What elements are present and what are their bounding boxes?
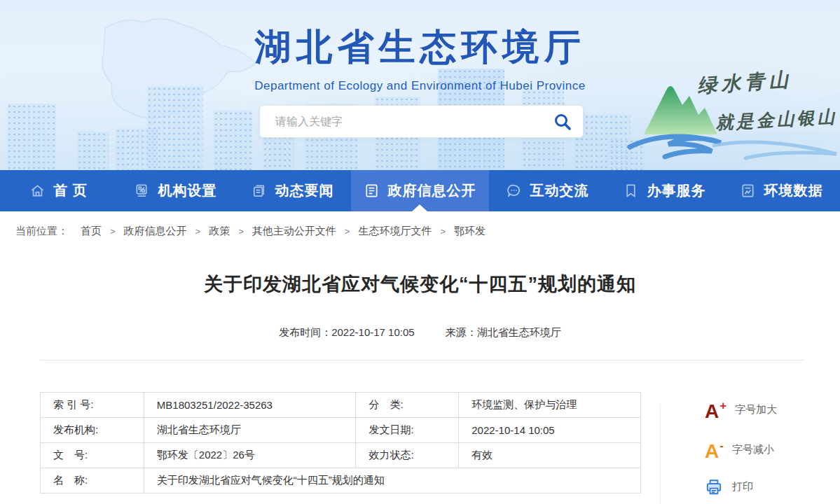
- water-wave-icon: [630, 136, 721, 157]
- table-row: 发布机构: 湖北省生态环境厅 发文日期: 2022-10-14 10:05: [41, 418, 641, 443]
- index-number-label: 索 引 号:: [41, 393, 144, 418]
- main-nav: 首 页 机构设置 动态要闻 政府信息公开: [0, 170, 840, 211]
- issuing-agency-value: 湖北省生态环境厅: [144, 418, 356, 443]
- news-icon: [251, 183, 267, 199]
- printer-icon: [705, 478, 723, 496]
- breadcrumb-separator: >: [238, 226, 244, 237]
- chat-icon: [506, 183, 522, 199]
- font-increase-icon: A+: [705, 398, 726, 421]
- document-info-table: 索 引 号: MB1803251/2022-35263 分 类: 环境监测、保护…: [40, 392, 641, 493]
- breadcrumb-item-dept-docs[interactable]: 生态环境厅文件: [358, 225, 432, 238]
- breadcrumb-separator: >: [345, 226, 350, 237]
- nav-label: 首 页: [53, 181, 88, 200]
- doc-number-label: 文 号:: [41, 443, 144, 468]
- search-input[interactable]: [260, 115, 542, 128]
- page-title: 关于印发湖北省应对气候变化“十四五”规划的通知: [0, 272, 840, 297]
- article-meta: 发布时间：2022-10-17 10:05 来源：湖北省生态环境厅: [0, 326, 840, 340]
- page: 绿水青山 就是金山银山 湖北省生态环境厅 Department of Ecolo…: [0, 0, 840, 504]
- issuing-agency-label: 发布机构:: [41, 418, 144, 443]
- font-decrease-button[interactable]: A- 字号减小: [705, 438, 777, 461]
- nav-item-env-data[interactable]: 环境数据: [723, 170, 840, 211]
- breadcrumb: 当前位置： 首页 > 政府信息公开 > 政策 > 其他主动公开文件 > 生态环境…: [0, 211, 840, 251]
- page-tools: A+ 字号加大 A- 字号减小 打印: [705, 398, 777, 496]
- search-button[interactable]: [542, 113, 583, 131]
- site-subtitle: Department of Ecology and Environment of…: [0, 79, 840, 93]
- category-value: 环境监测、保护与治理: [459, 393, 641, 418]
- table-row: 名 称: 关于印发湖北省应对气候变化“十四五”规划的通知: [41, 468, 641, 493]
- doc-name-value: 关于印发湖北省应对气候变化“十四五”规划的通知: [144, 468, 640, 493]
- issue-date-value: 2022-10-14 10:05: [459, 418, 641, 443]
- category-label: 分 类:: [356, 393, 459, 418]
- publish-time: 发布时间：2022-10-17 10:05: [279, 326, 414, 338]
- doc-number-value: 鄂环发〔2022〕26号: [144, 443, 356, 468]
- breadcrumb-item-policy[interactable]: 政策: [209, 225, 230, 238]
- nav-label: 动态要闻: [275, 181, 333, 200]
- breadcrumb-separator: >: [195, 226, 201, 237]
- font-decrease-icon: A-: [705, 438, 723, 461]
- nav-item-home[interactable]: 首 页: [0, 170, 117, 211]
- nav-item-services[interactable]: 办事服务: [606, 170, 723, 211]
- print-button[interactable]: 打印: [705, 478, 777, 496]
- data-icon: [740, 183, 756, 199]
- breadcrumb-separator: >: [110, 226, 116, 237]
- org-icon: [134, 183, 150, 199]
- breadcrumb-separator: >: [440, 226, 446, 237]
- bookmark-icon: [623, 183, 639, 199]
- meta-divider: [40, 360, 804, 360]
- breadcrumb-item-other-public-docs[interactable]: 其他主动公开文件: [252, 225, 336, 238]
- nav-label: 互动交流: [530, 181, 588, 200]
- site-title: 湖北省生态环境厅: [0, 23, 840, 72]
- font-decrease-label: 字号减小: [732, 443, 774, 456]
- font-increase-label: 字号加大: [735, 403, 777, 416]
- breadcrumb-item-home[interactable]: 首页: [81, 225, 102, 238]
- issue-date-label: 发文日期:: [356, 418, 459, 443]
- nav-item-organization[interactable]: 机构设置: [117, 170, 234, 211]
- validity-value: 有效: [459, 443, 641, 468]
- breadcrumb-item-gov-info[interactable]: 政府信息公开: [124, 225, 187, 238]
- index-number-value: MB1803251/2022-35263: [144, 393, 356, 418]
- article-source: 来源：湖北省生态环境厅: [446, 326, 561, 338]
- brand: 湖北省生态环境厅 Department of Ecology and Envir…: [0, 23, 840, 93]
- search-icon: [553, 113, 572, 131]
- font-increase-button[interactable]: A+ 字号加大: [705, 398, 777, 421]
- breadcrumb-item-current: 鄂环发: [454, 225, 486, 238]
- nav-label: 办事服务: [647, 181, 705, 200]
- doc-icon: [364, 183, 380, 199]
- nav-label: 机构设置: [158, 181, 216, 200]
- breadcrumb-prefix: 当前位置：: [15, 225, 68, 238]
- nav-item-gov-info[interactable]: 政府信息公开: [351, 170, 489, 211]
- search-box: [259, 105, 584, 138]
- site-header: 绿水青山 就是金山银山 湖北省生态环境厅 Department of Ecolo…: [0, 0, 840, 170]
- doc-name-label: 名 称:: [41, 468, 144, 493]
- table-row: 索 引 号: MB1803251/2022-35263 分 类: 环境监测、保护…: [41, 393, 641, 418]
- tools-divider: [660, 404, 661, 504]
- validity-label: 效力状态:: [356, 443, 459, 468]
- nav-item-interaction[interactable]: 互动交流: [489, 170, 606, 211]
- nav-label: 政府信息公开: [387, 181, 476, 200]
- print-label: 打印: [732, 480, 753, 493]
- table-row: 文 号: 鄂环发〔2022〕26号 效力状态: 有效: [41, 443, 641, 468]
- nav-label: 环境数据: [764, 181, 822, 200]
- nav-item-news[interactable]: 动态要闻: [234, 170, 351, 211]
- home-icon: [29, 183, 46, 199]
